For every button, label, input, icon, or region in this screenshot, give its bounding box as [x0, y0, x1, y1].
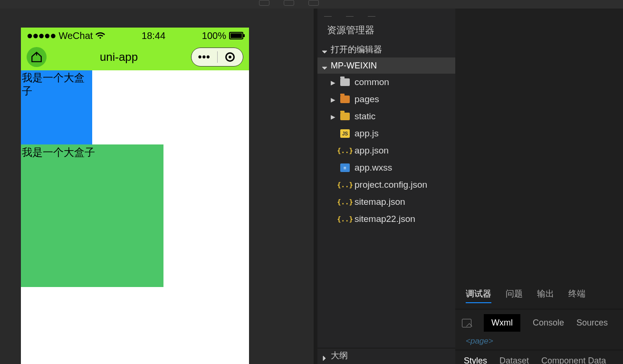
simulator-panel: ●●●●● WeChat 18:44 100% uni-app ••• [0, 9, 315, 364]
folder-icon [340, 96, 350, 103]
tab-wxml[interactable]: Wxml [484, 314, 520, 332]
file-label: sitemap.json [355, 197, 405, 207]
wxss-file-icon: ≡ [340, 163, 350, 172]
tab-console[interactable]: Console [533, 318, 564, 328]
chevron-down-icon [322, 47, 327, 52]
js-file-icon: JS [340, 129, 350, 138]
target-icon [225, 52, 235, 62]
folder-label: pages [355, 94, 379, 105]
chevron-right-icon: ▸ [331, 111, 335, 122]
folder-icon [340, 113, 350, 120]
file-app-json[interactable]: {..} app.json [331, 142, 455, 159]
home-button[interactable] [27, 47, 47, 67]
top-toolbar [0, 0, 623, 9]
file-label: app.wxss [355, 163, 392, 173]
open-editors-label: 打开的编辑器 [331, 44, 382, 55]
tab-styles[interactable]: Styles [464, 356, 487, 364]
page-body: 我是一个大盒子 我是一个大盒子 [21, 70, 249, 364]
element-inspect-icon[interactable] [462, 319, 471, 327]
json-file-icon: {..} [340, 146, 350, 155]
open-editors-section[interactable]: 打开的编辑器 [317, 41, 455, 57]
devtools-primary-tabs: 调试器 问题 输出 终端 [455, 282, 623, 309]
explorer-action-bar [317, 9, 455, 19]
folder-common[interactable]: ▸ common [331, 74, 455, 91]
devtools-panel: 调试器 问题 输出 终端 Wxml Console Sources <page>… [455, 9, 623, 364]
explorer-panel: 资源管理器 打开的编辑器 MP-WEIXIN ▸ common ▸ pages … [317, 9, 455, 364]
file-label: project.config.json [355, 180, 427, 190]
file-app-js[interactable]: JS app.js [331, 125, 455, 142]
capsule-close-button[interactable] [218, 52, 243, 62]
explorer-action-icon[interactable] [346, 11, 354, 17]
chevron-right-icon: ▸ [331, 77, 335, 88]
outline-label: 大纲 [331, 350, 348, 361]
outline-section[interactable]: 大纲 [317, 348, 455, 362]
tab-terminal[interactable]: 终端 [568, 288, 585, 303]
toolbar-icon[interactable] [284, 0, 294, 6]
tab-sources[interactable]: Sources [576, 318, 608, 328]
folder-static[interactable]: ▸ static [331, 108, 455, 125]
folder-label: static [355, 111, 375, 122]
file-tree: ▸ common ▸ pages ▸ static JS app.js {..}… [317, 74, 455, 228]
file-sitemap22-json[interactable]: {..} sitemap22.json [331, 211, 455, 228]
toolbar-icon[interactable] [308, 0, 319, 6]
resize-gutter[interactable] [314, 9, 317, 364]
blue-box: 我是一个大盒子 [21, 70, 92, 144]
tab-output[interactable]: 输出 [537, 288, 554, 303]
file-label: app.js [355, 128, 379, 139]
file-sitemap-json[interactable]: {..} sitemap.json [331, 193, 455, 211]
nav-bar: uni-app ••• [21, 44, 249, 70]
clock: 18:44 [142, 30, 165, 41]
menu-dots-icon: ••• [198, 51, 211, 63]
tab-problems[interactable]: 问题 [506, 288, 523, 303]
phone-frame: ●●●●● WeChat 18:44 100% uni-app ••• [21, 28, 249, 364]
status-bar: ●●●●● WeChat 18:44 100% [21, 28, 249, 44]
capsule-button: ••• [191, 48, 243, 67]
tab-component-data[interactable]: Component Data [541, 356, 606, 364]
battery-percent: 100% [202, 30, 226, 41]
folder-icon [340, 78, 350, 86]
battery-icon [229, 32, 243, 39]
json-file-icon: {..} [340, 215, 350, 223]
page-title: uni-app [100, 50, 138, 64]
devtools-inspector-tabs: Wxml Console Sources [455, 309, 623, 336]
chevron-down-icon [322, 63, 327, 68]
explorer-action-icon[interactable] [368, 11, 375, 17]
devtools-style-tabs: Styles Dataset Component Data [455, 350, 623, 364]
chevron-right-icon: ▸ [331, 94, 335, 105]
tab-dataset[interactable]: Dataset [499, 356, 529, 364]
carrier-label: WeChat [58, 30, 93, 41]
file-label: app.json [355, 145, 389, 156]
json-file-icon: {..} [340, 181, 350, 189]
folder-pages[interactable]: ▸ pages [331, 91, 455, 108]
capsule-menu-button[interactable]: ••• [192, 51, 217, 63]
chevron-right-icon [322, 353, 327, 358]
devtools-blank-area [455, 9, 623, 282]
signal-dots-icon: ●●●●● [27, 29, 56, 42]
tab-debugger[interactable]: 调试器 [466, 288, 491, 303]
explorer-action-icon[interactable] [324, 11, 332, 17]
file-app-wxss[interactable]: ≡ app.wxss [331, 159, 455, 176]
project-name: MP-WEIXIN [331, 61, 377, 71]
explorer-title: 资源管理器 [317, 19, 455, 41]
project-section[interactable]: MP-WEIXIN [317, 57, 455, 74]
folder-label: common [355, 77, 389, 87]
file-project-config[interactable]: {..} project.config.json [331, 176, 455, 193]
wxml-root-tag[interactable]: <page> [455, 336, 623, 346]
wifi-icon [96, 30, 105, 42]
file-label: sitemap22.json [355, 214, 415, 224]
toolbar-icon[interactable] [259, 0, 269, 6]
json-file-icon: {..} [340, 198, 350, 206]
green-box: 我是一个大盒子 [21, 144, 163, 287]
